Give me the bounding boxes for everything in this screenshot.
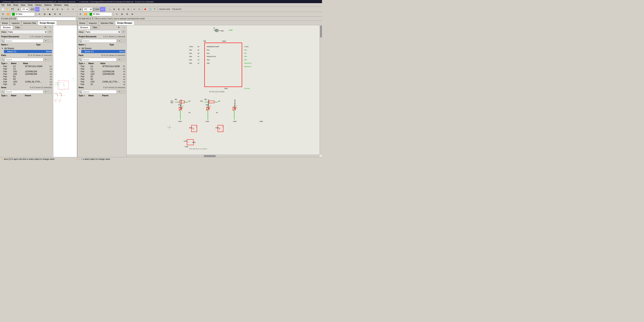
- zoom-out-right[interactable]: ⊖: [121, 7, 126, 12]
- project-filter-right[interactable]: ▾: [118, 39, 121, 42]
- part-row-us2-left[interactable]: → Part US2 LEDFAB1206 ea: [0, 73, 53, 75]
- menu-file[interactable]: File: [0, 4, 6, 6]
- part-row-s1-right[interactable]: → Part S1 ea: [77, 83, 126, 86]
- undo-right[interactable]: ↩: [132, 7, 136, 12]
- layer-select-left[interactable]: 91 Nets: [11, 12, 35, 16]
- filter-right[interactable]: 🔽: [83, 12, 88, 16]
- zoom-fit-left[interactable]: 🔍: [41, 7, 46, 12]
- layer-select-right[interactable]: 91 Nets: [88, 12, 112, 16]
- page-selector-right[interactable]: 1/1: [83, 7, 93, 11]
- grid-left[interactable]: ⊞: [42, 12, 47, 16]
- menu-draw[interactable]: Draw: [12, 4, 20, 6]
- all-sheets-item-right[interactable]: ▼ All Sheets: [78, 47, 125, 50]
- part-row-us2-right[interactable]: → Part US2 LEDFAB1206 ea: [77, 73, 126, 75]
- items-options-right[interactable]: ⋯: [122, 90, 125, 94]
- layers-toggle-right[interactable]: ☰: [78, 12, 82, 16]
- sheet-item-right[interactable]: → Sheet 1/1 Sheet: [81, 50, 125, 53]
- tab-design-manager-left[interactable]: Design Manager: [38, 21, 57, 25]
- sheet-item-left[interactable]: → Sheet 1/1 Sheet: [4, 50, 52, 53]
- panel-icon2-right[interactable]: 🔍: [121, 26, 126, 29]
- open-btn[interactable]: 📂: [6, 7, 10, 12]
- part-row-c1-left[interactable]: → Part C1 ea: [0, 68, 53, 70]
- view-help-left[interactable]: ?: [48, 30, 52, 34]
- tab-selection-filter-right[interactable]: Selection Filter: [99, 21, 115, 25]
- reload-btn-right[interactable]: 🔄: [148, 7, 152, 12]
- help-btn-right[interactable]: ?: [152, 7, 157, 12]
- page-selector-left[interactable]: 1/1: [21, 7, 29, 11]
- project-search-right[interactable]: [82, 39, 116, 42]
- menu-edit[interactable]: Edit: [6, 4, 12, 6]
- snap-right[interactable]: ⚙: [125, 12, 129, 16]
- project-options-left[interactable]: ⋯: [48, 39, 52, 42]
- view-help-right[interactable]: ?: [122, 30, 125, 34]
- parts-options-right[interactable]: ⋯: [122, 58, 125, 61]
- tab-sheets-right[interactable]: Sheets: [77, 21, 87, 25]
- part-row-r2-right[interactable]: → Part R2 ea: [77, 78, 126, 80]
- panel-icon2-left[interactable]: 🔍: [48, 26, 52, 29]
- items-options-left[interactable]: ⋯: [48, 90, 52, 94]
- tab-sheets-left[interactable]: Sheets: [0, 21, 10, 25]
- parts-filter-left[interactable]: ▾: [44, 58, 48, 61]
- h-scroll-thumb-right[interactable]: [204, 155, 216, 157]
- items-filter-right[interactable]: ▾: [118, 90, 121, 94]
- browser-tab-left[interactable]: Browser: [1, 26, 13, 29]
- part-row-us3-left[interactable]: → Part US3 CONN_06_FTDI-... ea: [0, 80, 53, 83]
- zoom-in-left[interactable]: ⊕: [46, 7, 50, 12]
- redo-left[interactable]: ↪: [71, 7, 75, 12]
- part-row-c1-right[interactable]: → Part C1 ea: [77, 68, 126, 70]
- part-row-us3-right[interactable]: → Part US3 CONN_06_FTDI-... ea: [77, 80, 126, 83]
- part-row-us1-left[interactable]: → Part US1 LEDFAB1206 ea: [0, 70, 53, 73]
- panel-icon1-left[interactable]: ⊞: [43, 26, 48, 29]
- layers-toggle-left[interactable]: ☰: [1, 12, 5, 16]
- view-select-left[interactable]: Parts: [7, 30, 48, 34]
- zoom-in2-left[interactable]: ⊕: [50, 7, 55, 12]
- v-scroll-thumb-right[interactable]: [320, 26, 322, 38]
- part-row-r2-left[interactable]: → Part R2 ea: [0, 78, 53, 80]
- project-options-right[interactable]: ⋯: [122, 39, 125, 42]
- scr-btn-left[interactable]: SCR: [30, 7, 35, 12]
- items-search-left[interactable]: [5, 90, 43, 94]
- tab-inspector-right[interactable]: Inspector: [87, 21, 99, 25]
- part-row-us1-right[interactable]: → Part US1 LEDFAB1206 ea: [77, 70, 126, 73]
- settings-right[interactable]: ⚙: [130, 12, 134, 16]
- menu-view[interactable]: View: [19, 4, 26, 6]
- stop-btn-right[interactable]: ⏹: [143, 7, 148, 12]
- panel-icon1-right[interactable]: ⊞: [116, 26, 121, 29]
- settings2-left[interactable]: ⚙: [58, 12, 62, 16]
- filter-tab-left[interactable]: Filter: [13, 26, 22, 29]
- scr-btn-right[interactable]: SCR: [94, 7, 100, 12]
- print-btn[interactable]: 🖨: [16, 7, 20, 12]
- undo-left[interactable]: ↩: [66, 7, 70, 12]
- view-select-right[interactable]: Parts: [85, 30, 121, 34]
- parts-options-left[interactable]: ⋯: [48, 58, 52, 61]
- part-row-u1-left[interactable]: → Part U1 ATTINY1614-SSNR A1: [0, 65, 53, 68]
- v-scrollbar-right[interactable]: [320, 25, 322, 155]
- items-filter-left[interactable]: ▾: [44, 90, 48, 94]
- browser-tab-right[interactable]: Browser: [78, 26, 90, 29]
- select-all-left[interactable]: ✦: [37, 12, 42, 16]
- filter-left[interactable]: 🔽: [6, 12, 10, 16]
- design-link-right[interactable]: DESIGN LINK▾: [159, 7, 171, 12]
- zoom-fit-right[interactable]: 🔍: [107, 7, 112, 12]
- tab-design-manager-right[interactable]: Design Manager: [115, 21, 134, 25]
- menu-library[interactable]: Library: [34, 4, 43, 6]
- tab-selection-filter-left[interactable]: Selection Filter: [21, 21, 38, 25]
- menu-window[interactable]: Window: [53, 4, 63, 6]
- filter-tab-right[interactable]: Filter: [90, 26, 100, 29]
- zoom-out-left[interactable]: ⊖: [55, 7, 60, 12]
- menu-help[interactable]: Help: [63, 4, 70, 6]
- project-filter-left[interactable]: ▾: [44, 39, 48, 42]
- print-btn-right[interactable]: 🖨: [78, 7, 82, 12]
- command-input-left[interactable]: [17, 17, 76, 20]
- zoom-in2-right[interactable]: ⊕: [116, 7, 121, 12]
- save-btn[interactable]: 💾: [10, 7, 14, 12]
- part-row-r1-right[interactable]: → Part R1 ea: [77, 75, 126, 78]
- schematic-canvas-right[interactable]: VCC GND F1 GND U1 VDD: [127, 25, 322, 157]
- part-row-s1-left[interactable]: → Part S1 ea: [0, 83, 53, 86]
- schematic-canvas-left[interactable]: VCC GND TXD RXD RTS U1: [53, 25, 77, 157]
- new-btn[interactable]: 📄: [1, 7, 5, 12]
- zoom-in-right[interactable]: ⊕: [112, 7, 116, 12]
- tab-inspector-left[interactable]: Inspector: [10, 21, 21, 25]
- snap-left[interactable]: ◉: [48, 12, 52, 16]
- h-scrollbar-right[interactable]: [127, 155, 320, 157]
